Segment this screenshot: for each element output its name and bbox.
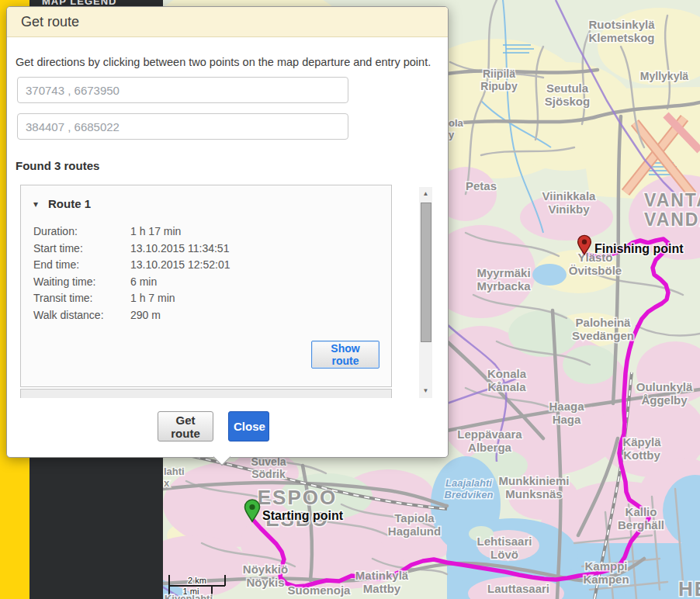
map-label: HELSINKI [678,577,700,599]
map-label: Lauttasaari [487,582,549,595]
map-label: TapiolaHagalund [388,511,441,538]
dialog-instruction: Get directions by clicking between two p… [16,56,444,68]
map-label: HaagaHaga [549,400,584,426]
map-label: KamppiKampen [583,559,629,586]
map-label: RiipiläRipuby [480,68,518,92]
finish-pin-dot [582,240,587,244]
detail-label: Transit time: [33,290,130,307]
map-label: ESPOOESBO [258,486,337,531]
route-2-header-partial[interactable] [20,389,392,398]
start-marker-label: Starting point [262,509,344,522]
map-label: NöykkiöNöykis [243,563,288,589]
get-route-dialog: Get route Get directions by clicking bet… [6,6,449,458]
route-detail-row: Start time:13.10.2015 11:34:51 [33,241,391,258]
map-label: Myllykylä [640,70,688,82]
map-label: LaajalahtiBredviken [445,477,494,500]
route-1-header[interactable]: ▾ Route 1 [21,185,391,210]
detail-label: Start time: [33,241,130,258]
get-route-button[interactable]: Get route [158,411,213,441]
map-label: MyyrmäkiMyrbacka [476,266,531,293]
detail-value: 1 h 17 min [130,223,181,241]
detail-value: 6 min [130,274,157,291]
routes-scrollbar[interactable]: ▲ ▼ [419,187,432,398]
map-label: KonalaKånala [487,367,527,393]
route-detail-row: End time:13.10.2015 12:52:01 [33,257,391,274]
map-label: ViinikkalaVinikby [542,189,597,216]
map-label: Kivenlahti [165,593,213,599]
map-label: MunkkiniemiMunksnäs [499,474,570,500]
route-detail-row: Transit time:1 h 7 min [33,290,391,307]
detail-value: 13.10.2015 11:34:51 [130,241,229,258]
show-route-button[interactable]: Show route [311,341,379,369]
map-label: SeutulaSjöskog [545,81,590,108]
results-heading: Found 3 routes [16,159,99,172]
dialog-title: Get route [21,14,79,30]
map-label: Petas [466,179,497,192]
map-label: VANTAAVANDA [644,190,700,230]
routes-scroll-area: ▾ Route 1 Duration:1 h 17 minStart time:… [20,185,418,398]
close-button[interactable]: Close [228,411,269,441]
map-label: RuotsinkyläKlemetskog [588,18,655,44]
departure-point-input[interactable] [17,77,348,103]
collapse-caret-icon[interactable]: ▾ [33,199,38,209]
detail-value: 13.10.2015 12:52:01 [130,257,230,274]
entry-point-input[interactable] [17,113,348,140]
route-detail-row: Waiting time:6 min [33,274,391,291]
detail-value: 290 m [130,307,161,324]
detail-label: Waiting time: [33,274,130,291]
finish-marker-label: Finishing point [594,242,684,255]
route-1-accordion: ▾ Route 1 Duration:1 h 17 minStart time:… [20,185,392,387]
app-screen: 2 km 1 mi RiipiläRipubyRuotsinkyläKlemet… [0,0,700,599]
scrollbar-up-icon[interactable]: ▲ [419,189,432,199]
map-label: Suomenoja [288,583,352,597]
map-label: PaloheinäSvedängen [572,316,634,342]
scale-km-label: 2 km [188,576,206,585]
route-details: Duration:1 h 17 minStart time:13.10.2015… [33,223,391,324]
map-label: SuvelaSödrik [251,455,286,480]
route-detail-row: Walk distance:290 m [33,307,391,324]
detail-label: End time: [33,257,130,274]
detail-value: 1 h 7 min [130,290,175,307]
detail-label: Walk distance: [33,307,130,324]
scrollbar-thumb[interactable] [421,203,431,342]
detail-label: Duration: [33,223,130,241]
dialog-header: Get route [7,7,448,37]
route-1-title: Route 1 [48,197,91,210]
map-label: OulunkyläÅggelby [636,380,693,407]
route-detail-row: Duration:1 h 17 min [33,223,391,241]
scrollbar-down-icon[interactable]: ▼ [419,386,432,396]
map-label: KäpyläKottby [622,435,661,462]
start-pin-dot [249,504,255,510]
